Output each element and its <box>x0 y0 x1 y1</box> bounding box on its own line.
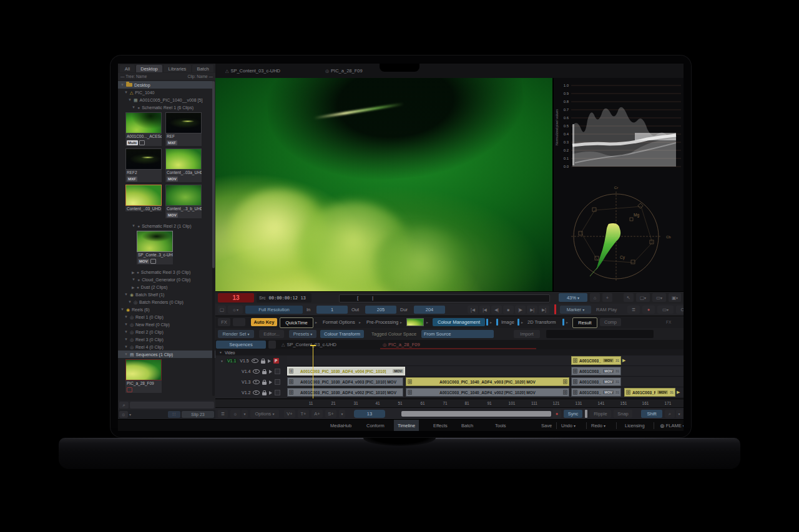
duration-field[interactable]: 204 <box>414 306 445 314</box>
eye-icon[interactable] <box>253 369 260 374</box>
ripple-button[interactable]: Ripple <box>590 410 611 418</box>
clip-name-sort[interactable]: Clip: Name — <box>188 74 213 79</box>
expand-arrow-icon[interactable]: ▼ <box>124 345 128 349</box>
tree-item-pic-1040[interactable]: ▼ △ PIC_1040 <box>118 89 218 96</box>
tree-item-batch-shelf[interactable]: ▼◉Batch Shelf (1) <box>118 291 218 298</box>
snap-button[interactable]: Snap <box>614 410 632 418</box>
dropdown-icon[interactable]: ▾ <box>129 412 131 417</box>
list-view-button[interactable]: ≣ <box>218 410 228 418</box>
lock-icon[interactable] <box>262 392 267 395</box>
fit-view-button[interactable]: + <box>602 293 612 302</box>
expand-arrow-icon[interactable]: ▼ <box>128 300 132 304</box>
timeline-clip[interactable]: 0 A001C003_PIC_1040_ADF4_v002 [PIC_1020]… <box>406 388 569 397</box>
timeline-clip-selected[interactable]: 0 A001C003_PIC_1040_ADF4_v003 [PIC_1020]… <box>406 377 569 386</box>
render-set-select[interactable]: Render Set ▾ <box>218 330 254 338</box>
current-frame-field[interactable]: 13 <box>218 293 254 302</box>
sync-handle[interactable] <box>585 410 587 418</box>
dropdown-icon[interactable]: ▾ <box>242 410 248 418</box>
expand-arrow-icon[interactable]: ▼ <box>124 90 128 94</box>
speaker-icon[interactable] <box>269 391 272 395</box>
step-forward-button[interactable]: |▶ <box>515 306 526 314</box>
ram-play-button[interactable]: RAM Play <box>596 306 617 314</box>
viewer-canvas[interactable] <box>215 78 552 291</box>
expand-arrow-icon[interactable]: ▼ <box>124 315 128 319</box>
sequences-button[interactable]: Sequences <box>216 341 266 349</box>
editor-button[interactable]: Editor... <box>259 330 284 338</box>
scrubber-bar[interactable]: [| <box>339 294 550 302</box>
track-expand-icon[interactable]: ▼ <box>220 359 223 363</box>
search-input[interactable] <box>130 402 214 409</box>
menu-conform[interactable]: Conform <box>363 420 388 431</box>
track-header[interactable]: V1.2 <box>215 387 287 398</box>
colour-transform-button[interactable]: Colour Transform <box>320 330 364 338</box>
auto-key-button[interactable]: Auto Key <box>251 318 277 326</box>
track-sub-name[interactable]: V1.5 <box>240 359 248 363</box>
fx-button[interactable]: FX <box>218 318 230 326</box>
track-name[interactable]: V1.4 <box>242 369 250 374</box>
playhead[interactable] <box>313 346 313 399</box>
add-subtitle-track-button[interactable]: S+ <box>325 410 336 418</box>
import-button[interactable]: Import <box>514 330 540 338</box>
expand-arrow-icon[interactable]: ▼ <box>120 307 124 311</box>
comp-view-button[interactable]: Comp <box>600 318 621 326</box>
tree-item-new-reel[interactable]: ▼◎New Reel (0 Clip) <box>118 321 218 328</box>
timeline-clip[interactable]: 0 A001C003_PIC.. MOV 31 <box>571 367 621 375</box>
timeline-clip[interactable]: 0 A001C003_PIC.. MOV 31 <box>571 377 621 386</box>
tab-all[interactable]: All <box>120 65 135 72</box>
patch-slot[interactable] <box>275 390 280 395</box>
home-view-button[interactable]: ⌂ <box>590 293 600 302</box>
clip-thumbnail[interactable]: A001C00..._ACEScg Multi <box>125 112 162 146</box>
expand-arrow-icon[interactable]: ▼ <box>132 278 135 281</box>
timeline-scrollbar[interactable] <box>401 411 551 417</box>
add-text-track-button[interactable]: T+ <box>298 410 309 418</box>
tab-batch[interactable]: Batch <box>192 65 213 72</box>
tree-item-reel-4[interactable]: ▼◎Reel 4 (0 Clip) <box>118 343 218 351</box>
quicktime-node-button[interactable]: QuickTime <box>280 317 313 328</box>
sync-button[interactable]: Sync <box>564 410 582 418</box>
expand-arrow-icon[interactable]: ▼ <box>124 352 128 356</box>
eye-icon[interactable] <box>253 380 260 384</box>
timeline-zoom-thumb[interactable]: 13 <box>354 410 385 418</box>
track-header[interactable]: V1.4 <box>215 366 287 377</box>
track-header[interactable]: V1.3 <box>215 377 287 387</box>
panel-toggle-button[interactable]: ▭▾ <box>652 293 666 302</box>
patch-slot[interactable] <box>275 379 280 385</box>
step-back-button[interactable]: ◀| <box>491 306 502 314</box>
import-path-field[interactable] <box>546 330 654 338</box>
colour-management-button[interactable]: Colour Management <box>433 318 485 326</box>
next-cut-button[interactable]: ▶| <box>527 306 537 314</box>
image-button[interactable]: Image <box>501 318 514 326</box>
menu-batch[interactable]: Batch <box>458 420 477 431</box>
resolution-select[interactable]: Full Resolution <box>245 306 303 314</box>
timeline-clip[interactable]: 0 A001C003_PIC.. MOV 31 <box>571 356 621 365</box>
expand-arrow-icon[interactable]: ▼ <box>124 330 128 334</box>
flame-brand-menu[interactable]: ⊛ FLAME ▾ <box>656 420 684 431</box>
presets-select[interactable]: Presets ▾ <box>289 330 316 338</box>
clip-thumbnail[interactable]: REF MXF <box>165 112 202 146</box>
out-point-field[interactable]: 205 <box>365 306 396 314</box>
tab-libraries[interactable]: Libraries <box>164 65 191 72</box>
video-group-row[interactable]: ▼ Video <box>215 349 684 355</box>
add-video-track-button[interactable]: V+ <box>284 410 295 418</box>
from-source-field[interactable]: From Source <box>421 330 494 338</box>
undo-button[interactable]: Undo ▾ <box>557 420 579 431</box>
grid-view-icon[interactable]: ∷ <box>168 411 180 418</box>
expand-arrow-icon[interactable]: ▼ <box>124 322 128 326</box>
save-button[interactable]: Save <box>537 420 556 431</box>
lock-icon[interactable] <box>262 382 267 385</box>
menu-tools[interactable]: Tools <box>491 420 510 431</box>
sequence-thumbnail[interactable]: PIC_a_28_F09 <box>125 359 162 393</box>
sequence-tab-1[interactable]: △ SP_Content_03_c-UHD <box>282 340 336 349</box>
lock-icon[interactable] <box>262 371 267 374</box>
expand-arrow-icon[interactable]: ▼ <box>124 293 128 296</box>
viewer-tab-sp-content[interactable]: △ SP_Content_03_c-UHD <box>225 66 280 75</box>
timeline-clip[interactable]: 0 A001C003_PIC.. MOV 31 <box>571 388 621 397</box>
clip-thumbnail[interactable]: Content_..3_b_UHD MOV <box>165 185 202 218</box>
tree-item-reel-1[interactable]: ▼◎Reel 1 (0 Clip) <box>118 313 218 321</box>
tree-name-sort[interactable]: — Tree: Name <box>120 74 147 79</box>
track-name[interactable]: V1.1 <box>226 359 237 363</box>
speaker-icon[interactable] <box>269 370 272 374</box>
loop-mode-button[interactable]: ≣ <box>627 306 640 314</box>
shift-button[interactable]: Shift <box>641 410 662 418</box>
clip-thumbnail[interactable]: SP_Conte..3_c-UHD MOV <box>137 231 173 264</box>
